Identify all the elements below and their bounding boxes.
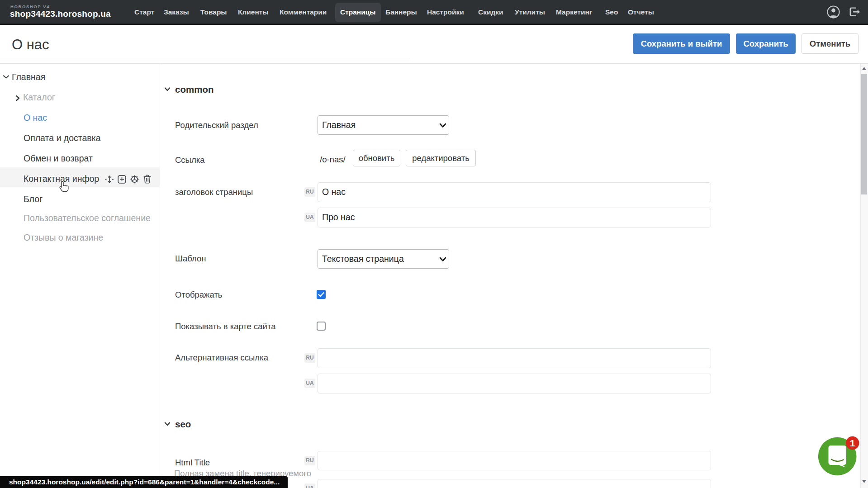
svg-text:1: 1	[850, 438, 855, 448]
